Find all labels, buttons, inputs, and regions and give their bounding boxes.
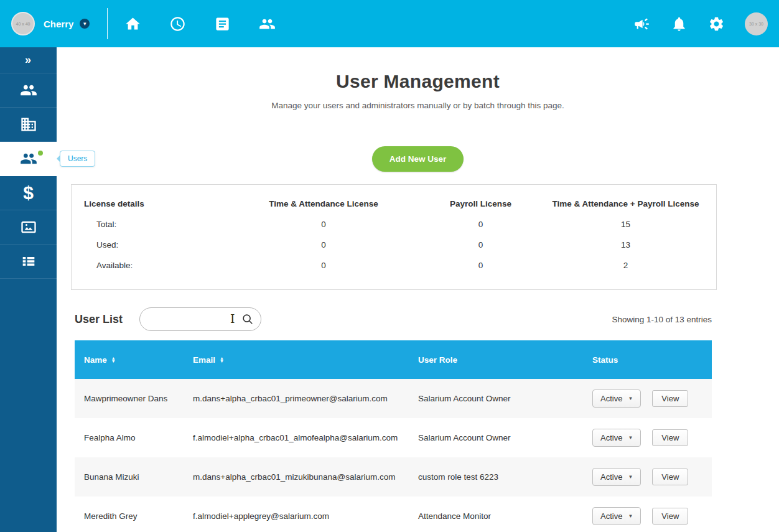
people-icon: [20, 82, 37, 99]
status-value: Active: [600, 472, 622, 482]
home-icon[interactable]: [124, 15, 141, 32]
sidebar-tooltip-users: Users: [60, 151, 95, 167]
chevron-down-icon: ▼: [628, 513, 633, 519]
add-new-user-button[interactable]: Add New User: [372, 146, 464, 172]
status-dropdown[interactable]: Active ▼: [592, 468, 641, 486]
license-row-label: Available:: [84, 255, 233, 276]
license-row-label: Total:: [84, 214, 233, 235]
sort-down-arrow: ▼: [220, 360, 224, 363]
cell-email: f.almodiel+alpha_crbac01_almofealpha@sal…: [184, 433, 409, 442]
chevron-down-icon: ▼: [628, 396, 633, 401]
company-name: Cherry: [44, 19, 73, 29]
building-icon: [20, 116, 37, 133]
company-switcher-caret-icon[interactable]: ▾: [80, 19, 90, 29]
entries-count-text: Showing 1-10 of 13 entries: [612, 315, 712, 324]
topbar-left: 40 x 40 Cherry ▾: [11, 8, 276, 39]
sidebar-item-users[interactable]: Users: [0, 142, 57, 176]
chevron-down-icon: ▼: [628, 474, 633, 480]
topbar-right: 30 x 30: [633, 12, 768, 35]
column-label: Email: [193, 355, 215, 365]
table-row: Meredith Grey f.almodiel+applegrey@salar…: [75, 497, 712, 532]
view-button[interactable]: View: [652, 508, 688, 525]
license-row-label: Used:: [84, 235, 233, 255]
cell-status: Active ▼ View: [583, 468, 712, 486]
column-header-role: User Role: [409, 355, 583, 365]
license-details-box: License details Time & Attendance Licens…: [71, 184, 717, 290]
license-value: 0: [233, 214, 414, 235]
sort-icon[interactable]: ▲ ▼: [111, 357, 116, 363]
column-label: User Role: [418, 355, 457, 365]
cell-status: Active ▼ View: [583, 429, 712, 447]
dollar-icon: $: [23, 184, 34, 202]
status-value: Active: [600, 394, 622, 403]
user-table: Name ▲ ▼ Email ▲ ▼ User Role: [75, 340, 712, 532]
table-row: Bunana Mizuki m.dans+alpha_crbac01_mizuk…: [75, 457, 712, 497]
cell-role: Salarium Account Owner: [409, 433, 583, 442]
table-row: Fealpha Almo f.almodiel+alpha_crbac01_al…: [75, 418, 712, 457]
sidebar: » Users $: [0, 47, 57, 532]
license-value: 15: [548, 214, 704, 235]
cell-status: Active ▼ View: [583, 507, 712, 525]
license-grid: License details Time & Attendance Licens…: [84, 194, 704, 276]
page-subtitle: Manage your users and administrators man…: [57, 101, 779, 110]
sidebar-item-reports[interactable]: [0, 245, 57, 279]
view-button[interactable]: View: [652, 390, 688, 407]
topbar-divider: [107, 8, 108, 39]
settings-gear-icon[interactable]: [707, 15, 725, 32]
sidebar-item-payroll[interactable]: $: [0, 176, 57, 210]
cell-name: Bunana Mizuki: [75, 472, 184, 482]
notifications-bell-icon[interactable]: [670, 15, 688, 32]
status-dropdown[interactable]: Active ▼: [592, 507, 641, 525]
cell-role: Attendance Monitor: [409, 511, 583, 521]
image-icon: [20, 218, 37, 236]
sidebar-item-employees[interactable]: [0, 73, 57, 108]
sort-down-arrow: ▼: [111, 360, 116, 363]
cell-status: Active ▼ View: [583, 390, 712, 408]
company-avatar-placeholder: 40 x 40: [16, 22, 30, 26]
sort-icon[interactable]: ▲ ▼: [220, 357, 224, 363]
user-avatar-placeholder: 30 x 30: [749, 22, 763, 26]
people-icon[interactable]: [258, 15, 276, 32]
cell-role: Salarium Account Owner: [409, 394, 583, 403]
sidebar-item-company[interactable]: [0, 108, 57, 142]
column-label: Status: [592, 355, 618, 365]
user-list-section: User List I Showing 1-10 of 13 entries N…: [75, 307, 712, 532]
license-value: 13: [548, 235, 704, 255]
view-button[interactable]: View: [652, 469, 688, 485]
search-icon[interactable]: [241, 313, 254, 325]
user-avatar[interactable]: 30 x 30: [745, 12, 768, 35]
column-header-name[interactable]: Name ▲ ▼: [75, 355, 184, 365]
active-indicator-dot: [38, 151, 43, 156]
license-value: 0: [233, 255, 414, 276]
status-value: Active: [600, 433, 622, 442]
column-header-email[interactable]: Email ▲ ▼: [184, 355, 409, 365]
cell-email: m.dans+alpha_crbac01_mizukibunana@salari…: [184, 472, 409, 482]
cell-name: Fealpha Almo: [75, 433, 184, 442]
list-icon: [20, 253, 37, 270]
user-list-header: User List I Showing 1-10 of 13 entries: [75, 307, 712, 331]
company-avatar[interactable]: 40 x 40: [11, 12, 35, 35]
license-value: 0: [414, 235, 548, 255]
cell-role: custom role test 6223: [409, 472, 583, 482]
cell-email: f.almodiel+applegrey@salarium.com: [184, 511, 409, 521]
license-value: 0: [414, 214, 548, 235]
table-row: Mawprimeowner Dans m.dans+alpha_crbac01_…: [75, 379, 712, 418]
sidebar-item-gallery[interactable]: [0, 210, 57, 245]
column-header-status: Status: [583, 355, 712, 365]
clock-icon[interactable]: [169, 15, 186, 32]
column-label: Name: [84, 355, 107, 365]
search-wrap: I: [139, 307, 261, 331]
view-button[interactable]: View: [652, 429, 688, 446]
users-icon: [20, 150, 37, 167]
page-title: User Management: [57, 71, 779, 92]
announcements-megaphone-icon[interactable]: [633, 15, 650, 32]
license-value: 0: [233, 235, 414, 255]
cell-name: Meredith Grey: [75, 511, 184, 521]
status-dropdown[interactable]: Active ▼: [592, 390, 641, 408]
document-icon[interactable]: [213, 15, 231, 32]
status-value: Active: [600, 511, 622, 521]
license-value: 0: [414, 255, 548, 276]
sidebar-expand-button[interactable]: »: [0, 47, 57, 73]
status-dropdown[interactable]: Active ▼: [592, 429, 641, 447]
chevron-down-icon: ▼: [628, 435, 633, 441]
